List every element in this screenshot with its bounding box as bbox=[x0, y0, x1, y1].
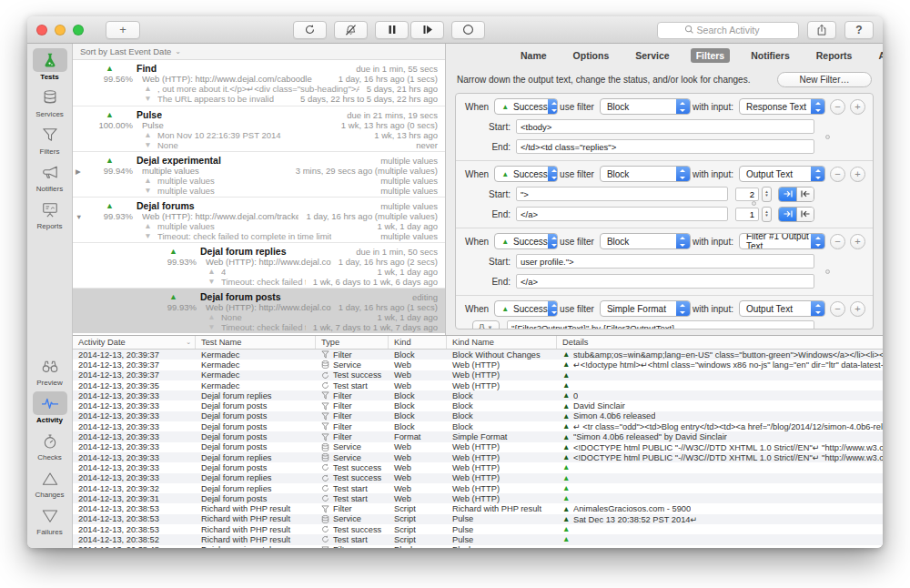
filter-type-popup[interactable]: Block bbox=[600, 166, 691, 182]
filter-type-popup[interactable]: Simple Format bbox=[600, 300, 691, 317]
activity-row[interactable]: 2014-12-13, 20:39:32 Dejal forum replies… bbox=[73, 483, 883, 493]
pause-button[interactable] bbox=[375, 21, 409, 39]
tab-reports[interactable]: Reports bbox=[811, 48, 858, 63]
record-button[interactable] bbox=[451, 21, 485, 39]
field-options-dot[interactable] bbox=[825, 135, 830, 139]
activity-row[interactable]: 2014-12-13, 20:39:33 Dejal forum posts F… bbox=[73, 411, 883, 421]
activity-row[interactable]: 2014-12-13, 20:38:53 Richard with PHP re… bbox=[73, 503, 883, 513]
activity-row[interactable]: 2014-12-13, 20:38:53 Richard with PHP re… bbox=[73, 524, 883, 534]
tab-name[interactable]: Name bbox=[515, 48, 552, 63]
tab-service[interactable]: Service bbox=[630, 48, 674, 63]
sidebar-item-checks[interactable]: Checks bbox=[29, 429, 71, 461]
add-filter-button[interactable]: + bbox=[850, 301, 865, 317]
test-list-item[interactable]: ▲ Pulse due in 21 mins, 19 secs 100.00% … bbox=[73, 106, 445, 151]
start-field[interactable] bbox=[516, 119, 814, 134]
input-source-popup[interactable]: Filter #1 Output Text bbox=[739, 233, 825, 249]
test-list-item[interactable]: ▼ ▲ Dejal forums multiple values 99.93% … bbox=[73, 197, 445, 242]
sidebar-item-preview[interactable]: Preview bbox=[29, 354, 71, 387]
close-window-button[interactable] bbox=[36, 25, 47, 35]
activity-row[interactable]: 2014-12-13, 20:39:37 Kermadec Service We… bbox=[73, 360, 883, 370]
test-list-item[interactable]: ▲ Dejal forum posts editing 99.93% Web (… bbox=[73, 288, 445, 333]
activity-row[interactable]: 2014-12-13, 20:39:33 Dejal forum posts F… bbox=[73, 400, 883, 411]
when-popup[interactable]: ▲Success bbox=[494, 166, 558, 182]
mute-notifiers-button[interactable] bbox=[334, 21, 368, 39]
input-source-popup[interactable]: Output Text bbox=[739, 300, 825, 317]
tab-options[interactable]: Options bbox=[568, 48, 615, 63]
stepper-control[interactable]: ▲▼ bbox=[762, 187, 772, 202]
filter-type-popup[interactable]: Block bbox=[600, 98, 691, 115]
activity-row[interactable]: 2014-12-13, 20:39:33 Dejal forum replies… bbox=[73, 473, 883, 483]
minimize-window-button[interactable] bbox=[55, 25, 66, 35]
from-start-segment[interactable] bbox=[779, 208, 796, 221]
step-button[interactable] bbox=[410, 21, 444, 39]
sidebar-item-tests[interactable]: Tests bbox=[29, 48, 71, 81]
when-popup[interactable]: ▲Success bbox=[494, 300, 558, 317]
end-occurrence-field[interactable] bbox=[735, 208, 759, 221]
add-filter-button[interactable]: + bbox=[850, 167, 865, 182]
token-menu-button[interactable]: {}▼ bbox=[472, 320, 500, 329]
sidebar-item-notifiers[interactable]: Notifiers bbox=[29, 160, 71, 193]
start-field[interactable] bbox=[516, 254, 814, 269]
sidebar-item-activity[interactable]: Activity bbox=[29, 391, 71, 424]
start-occurrence-field[interactable] bbox=[735, 188, 759, 201]
add-test-button[interactable]: + bbox=[106, 21, 140, 39]
disclosure-triangle-icon[interactable]: ▶ bbox=[76, 167, 81, 176]
share-button[interactable] bbox=[807, 21, 836, 39]
remove-filter-button[interactable]: − bbox=[830, 234, 845, 249]
add-filter-button[interactable]: + bbox=[850, 234, 865, 249]
activity-row[interactable]: 2014-12-13, 20:38:52 Richard with PHP re… bbox=[73, 534, 883, 544]
disclosure-triangle-icon[interactable]: ▼ bbox=[76, 213, 82, 221]
column-header-activity-date[interactable]: Activity Date⌄ bbox=[73, 336, 196, 349]
activity-row[interactable]: 2014-12-13, 20:39:33 Dejal forum replies… bbox=[73, 452, 883, 462]
activity-row[interactable]: 2014-12-13, 20:38:53 Richard with PHP re… bbox=[73, 514, 883, 524]
sidebar-item-reports[interactable]: Reports bbox=[29, 198, 71, 230]
help-button[interactable]: ? bbox=[844, 21, 874, 39]
zoom-window-button[interactable] bbox=[73, 25, 84, 35]
column-header-kind[interactable]: Kind bbox=[389, 336, 447, 349]
filter-type-popup[interactable]: Block bbox=[600, 233, 691, 249]
end-field[interactable] bbox=[516, 139, 814, 154]
activity-row[interactable]: 2014-12-13, 20:39:37 Kermadec Test succe… bbox=[73, 370, 883, 380]
activity-row[interactable]: 2014-12-13, 20:39:37 Kermadec Filter Blo… bbox=[73, 350, 883, 360]
stepper-control[interactable]: ▲▼ bbox=[762, 207, 772, 222]
activity-row[interactable]: 2014-12-13, 20:39:33 Dejal forum posts T… bbox=[73, 462, 883, 472]
column-header-kind-name[interactable]: Kind Name bbox=[447, 336, 557, 349]
end-field[interactable] bbox=[516, 274, 814, 289]
activity-row[interactable]: 2014-12-13, 20:39:31 Dejal forum posts T… bbox=[73, 493, 883, 503]
remove-filter-button[interactable]: − bbox=[830, 99, 845, 115]
sidebar-item-filters[interactable]: Filters bbox=[29, 123, 71, 156]
remove-filter-button[interactable]: − bbox=[830, 301, 845, 317]
column-header-type[interactable]: Type bbox=[316, 336, 389, 349]
column-header-test-name[interactable]: Test Name bbox=[196, 336, 316, 349]
sidebar-item-changes[interactable]: Changes bbox=[29, 466, 71, 499]
sidebar-item-failures[interactable]: Failures bbox=[29, 503, 71, 536]
format-textarea[interactable]: "{Filter2OutputText}" by {Filter3OutputT… bbox=[507, 320, 814, 329]
input-source-popup[interactable]: Output Text bbox=[739, 166, 825, 182]
input-source-popup[interactable]: Response Text bbox=[739, 98, 825, 115]
activity-row[interactable]: 2014-12-13, 20:38:48 Dejal experimental … bbox=[73, 545, 883, 548]
sidebar-item-services[interactable]: Services bbox=[29, 86, 71, 118]
test-list-item[interactable]: ▶ ▲ Dejal experimental multiple values 9… bbox=[73, 151, 445, 197]
from-start-segment[interactable] bbox=[779, 188, 796, 201]
start-field[interactable] bbox=[516, 187, 728, 201]
end-field[interactable] bbox=[516, 207, 728, 221]
remove-filter-button[interactable]: − bbox=[830, 167, 845, 182]
when-popup[interactable]: ▲Success bbox=[494, 233, 558, 249]
new-filter-button[interactable]: New Filter… bbox=[777, 72, 872, 87]
search-input[interactable] bbox=[657, 22, 799, 39]
tab-filters[interactable]: Filters bbox=[691, 48, 731, 63]
test-list-item[interactable]: ▲ Find due in 1 min, 55 secs 99.56% Web … bbox=[73, 60, 445, 106]
activity-row[interactable]: 2014-12-13, 20:39:33 Dejal forum posts S… bbox=[73, 442, 883, 452]
activity-row[interactable]: 2014-12-13, 20:39:33 Dejal forum posts F… bbox=[73, 421, 883, 431]
check-now-button[interactable] bbox=[293, 21, 327, 39]
activity-row[interactable]: 2014-12-13, 20:39:35 Kermadec Test start… bbox=[73, 380, 883, 390]
field-options-dot[interactable] bbox=[825, 269, 830, 274]
from-end-segment[interactable] bbox=[796, 208, 814, 221]
sort-header[interactable]: Sort by Last Event Date ⌄ bbox=[73, 44, 445, 60]
tab-notifiers[interactable]: Notifiers bbox=[745, 48, 795, 63]
when-popup[interactable]: ▲Success bbox=[494, 98, 558, 115]
activity-row[interactable]: 2014-12-13, 20:39:33 Dejal forum replies… bbox=[73, 390, 883, 400]
field-options-dot[interactable] bbox=[752, 201, 756, 206]
column-header-details[interactable]: Details bbox=[557, 336, 883, 349]
add-filter-button[interactable]: + bbox=[850, 99, 865, 115]
